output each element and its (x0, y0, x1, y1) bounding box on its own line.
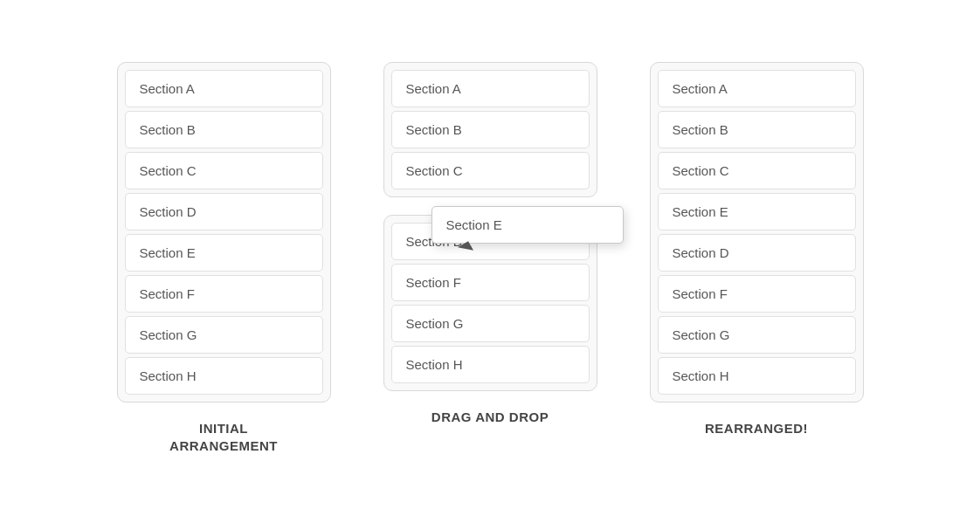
list-item[interactable]: Section G (125, 316, 323, 354)
list-item[interactable]: Section A (391, 70, 590, 107)
dragdrop-column: Section ASection BSection C Section E Se… (383, 62, 597, 426)
list-item[interactable]: Section E (658, 193, 856, 230)
list-item[interactable]: Section E (125, 234, 323, 272)
list-item[interactable]: Section B (125, 111, 323, 148)
initial-list: Section ASection BSection CSection DSect… (117, 62, 331, 402)
list-item[interactable]: Section C (391, 152, 590, 189)
list-item[interactable]: Section A (658, 70, 856, 107)
list-item[interactable]: Section G (391, 305, 590, 342)
initial-column: Section ASection BSection CSection DSect… (117, 62, 331, 454)
list-item[interactable]: Section B (658, 111, 856, 148)
page-container: Section ASection BSection CSection DSect… (0, 27, 980, 489)
rearranged-column: Section ASection BSection CSection ESect… (650, 62, 864, 437)
list-item[interactable]: Section A (125, 70, 323, 107)
initial-label: INITIAL ARRANGEMENT (169, 420, 278, 454)
rearranged-label: REARRANGED! (705, 420, 808, 437)
rearranged-list: Section ASection BSection CSection ESect… (650, 62, 864, 402)
list-item[interactable]: Section F (391, 264, 590, 301)
list-item[interactable]: Section C (125, 152, 323, 189)
list-item[interactable]: Section H (658, 357, 856, 395)
list-item[interactable]: Section G (658, 316, 856, 354)
list-item[interactable]: Section B (391, 111, 590, 148)
list-item[interactable]: Section F (658, 275, 856, 313)
drag-drop-area: Section ASection BSection C Section E Se… (383, 62, 597, 391)
list-item[interactable]: Section F (125, 275, 323, 313)
dragdrop-list-top: Section ASection BSection C (383, 62, 597, 197)
list-item[interactable]: Section D (125, 193, 323, 230)
list-item[interactable]: Section H (125, 357, 323, 395)
dragdrop-label: DRAG and DROP (431, 409, 549, 426)
list-item[interactable]: Section C (658, 152, 856, 189)
dragging-item[interactable]: Section E (431, 206, 624, 244)
list-item[interactable]: Section H (391, 346, 590, 383)
list-item[interactable]: Section D (658, 234, 856, 272)
